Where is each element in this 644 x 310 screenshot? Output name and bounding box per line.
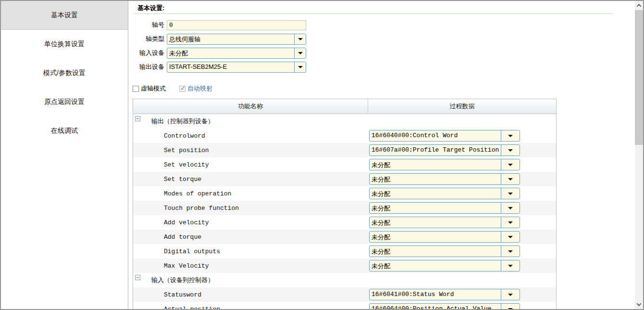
process-data-select[interactable]: 未分配 [369,202,520,214]
function-name: Statusword [164,291,201,298]
process-data-value: 未分配 [370,232,501,242]
process-data-value: 未分配 [370,217,501,228]
output-device-dropdown-button[interactable] [294,62,306,72]
group-row: 输出（控制器到设备） [133,114,556,129]
table-row: Set velocity未分配 [133,157,556,172]
chevron-down-icon [508,221,513,224]
process-data-dropdown-button[interactable] [501,304,520,310]
process-data-select[interactable]: 未分配 [369,188,520,199]
sidebar-item-label: 原点返回设置 [44,98,85,106]
process-data-select[interactable]: 未分配 [369,217,520,228]
function-name: Actual position [164,306,220,310]
scroll-up-button[interactable] [635,1,643,10]
process-data-dropdown-button[interactable] [501,203,520,213]
axis-config-window: 基本设置 单位换算设置 模式/参数设置 原点返回设置 在线调试 基本设置: 轴号… [0,0,644,310]
process-data-select[interactable]: 未分配 [369,159,520,170]
process-data-select[interactable]: 未分配 [369,260,520,271]
sidebar-item-online-debug[interactable]: 在线调试 [1,116,128,145]
function-name: Set torque [164,176,201,183]
function-name-cell: Set velocity [133,157,368,172]
process-data-value: 未分配 [370,188,501,199]
function-name-cell: Add torque [133,230,368,244]
process-data-cell: 未分配 [368,201,556,215]
process-data-cell: 未分配 [368,230,556,244]
process-data-dropdown-button[interactable] [501,159,520,170]
process-data-cell [368,273,556,287]
process-data-dropdown-button[interactable] [501,289,520,300]
process-data-value: 16#607a#00:Profile Target Position [370,145,501,155]
process-data-dropdown-button[interactable] [501,188,520,199]
function-name: Modes of operation [164,190,231,197]
process-data-value: 16#6041#00:Status Word [370,289,501,300]
function-name-cell: 输入（设备到控制器） [133,273,368,287]
process-data-cell: 未分配 [368,157,556,172]
axis-type-select[interactable]: 总线伺服轴 [167,34,306,45]
checkbox-unchecked-icon[interactable] [133,86,139,92]
output-device-select[interactable]: ISTART-SEB2M25-E [167,62,306,73]
input-device-dropdown-button[interactable] [294,48,306,58]
axis-type-dropdown-button[interactable] [294,34,306,44]
function-name: Digital outputs [164,248,220,255]
input-device-value: 未分配 [167,48,294,58]
process-data-dropdown-button[interactable] [501,232,520,242]
axis-number-label: 轴号 [129,21,164,29]
process-data-select[interactable]: 16#6064#00:Position Actual Value [369,303,520,310]
function-name: Set velocity [164,161,209,168]
auto-mapping-checkbox[interactable]: ✓ 自动映射 [179,84,212,93]
axis-number-input[interactable] [167,20,306,30]
process-data-cell: 未分配 [368,172,556,186]
process-data-select[interactable]: 16#6041#00:Status Word [369,289,520,300]
process-data-dropdown-button[interactable] [501,174,520,184]
scrollbar-thumb[interactable] [635,10,643,145]
process-data-select[interactable]: 未分配 [369,245,520,257]
process-data-value: 未分配 [370,159,501,170]
chevron-down-icon [508,236,513,238]
process-data-cell: 未分配 [368,215,556,230]
process-data-dropdown-button[interactable] [501,246,520,257]
input-device-label: 输入设备 [129,49,164,57]
process-data-cell: 未分配 [368,244,556,258]
sidebar-item-label: 单位换算设置 [44,40,85,49]
chevron-down-icon [508,207,513,209]
checkbox-checked-icon[interactable]: ✓ [179,86,186,92]
virtual-axis-checkbox[interactable]: 虚轴模式 [133,84,166,93]
sidebar-item-mode-params[interactable]: 模式/参数设置 [1,59,128,88]
function-name-cell: Modes of operation [133,186,368,201]
process-data-cell: 16#607a#00:Profile Target Position [368,143,556,157]
process-data-dropdown-button[interactable] [501,260,520,271]
chevron-down-icon [298,38,303,40]
chevron-up-icon [637,4,642,9]
table-header: 功能名称 过程数据 [133,99,556,114]
mode-checkboxes: 虚轴模式 ✓ 自动映射 [133,84,226,93]
function-name: Set position [164,147,209,154]
input-device-select[interactable]: 未分配 [167,48,306,59]
scroll-down-button[interactable] [635,300,643,309]
collapse-minus-icon[interactable] [135,275,140,280]
process-data-cell: 未分配 [368,258,556,273]
sidebar-item-homing[interactable]: 原点返回设置 [1,88,128,116]
panel-title: 基本设置: [137,4,164,13]
sidebar-item-basic-settings[interactable]: 基本设置 [1,1,128,30]
table-row: Max Velocity未分配 [133,258,556,273]
process-data-dropdown-button[interactable] [501,145,520,155]
function-name-cell: Controlword [133,129,368,143]
process-data-select[interactable]: 16#6040#00:Control Word [369,130,520,142]
collapse-minus-icon[interactable] [135,116,140,121]
table-row: Controlword16#6040#00:Control Word [133,129,556,143]
auto-mapping-label: 自动映射 [187,84,212,93]
process-data-select[interactable]: 未分配 [369,173,520,185]
process-data-dropdown-button[interactable] [501,217,520,228]
process-data-dropdown-button[interactable] [501,130,520,141]
function-name-cell: Max Velocity [133,258,368,273]
table-row: Modes of operation未分配 [133,186,556,201]
sidebar-item-label: 在线调试 [51,127,78,135]
axis-number-row: 轴号 [129,20,306,30]
sidebar-item-unit-conversion[interactable]: 单位换算设置 [1,30,128,59]
process-data-select[interactable]: 未分配 [369,231,520,243]
process-data-select[interactable]: 16#607a#00:Profile Target Position [369,144,520,156]
function-name: Add velocity [164,219,209,226]
vertical-scrollbar[interactable] [635,1,643,309]
function-name: Max Velocity [164,262,209,270]
function-name-cell: Set torque [133,172,368,186]
table-row: Touch probe function未分配 [133,201,556,215]
